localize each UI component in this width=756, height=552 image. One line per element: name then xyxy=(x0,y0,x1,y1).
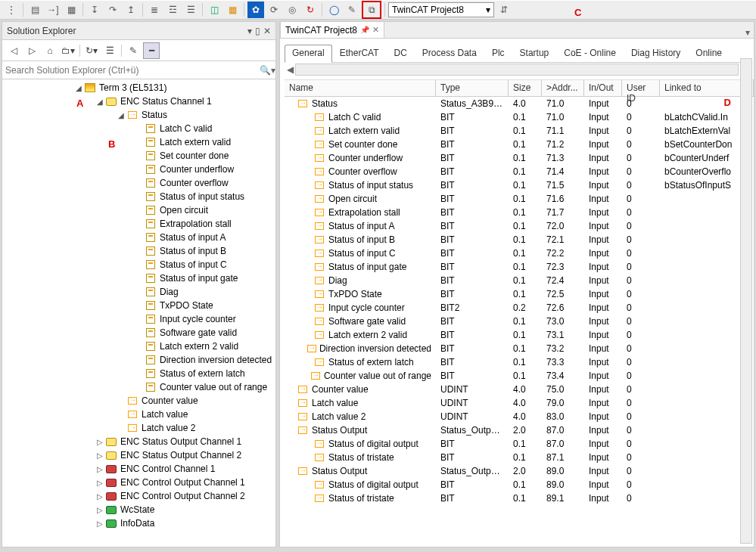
tree-item-latch-value2[interactable]: Latch value 2 xyxy=(2,421,275,435)
grid-row[interactable]: Set counter doneBIT0.171.2Input0bSetCoun… xyxy=(285,138,754,151)
tree-item[interactable]: Set counter done xyxy=(2,149,275,163)
grid-row[interactable]: Status of input BBIT0.172.1Input0 xyxy=(285,233,754,247)
expand-arrow-icon[interactable]: ▷ xyxy=(96,479,104,487)
gear-blue-icon[interactable]: ✿ xyxy=(247,2,264,18)
column-header[interactable]: In/Out xyxy=(584,80,622,96)
tab-online[interactable]: Online xyxy=(688,45,730,62)
grid-row[interactable]: Status OutputStatus_Output...2.087.0Inpu… xyxy=(285,423,754,437)
step-out-icon[interactable]: ↥ xyxy=(123,2,139,18)
scroll-left-icon[interactable]: ◀ xyxy=(285,64,295,75)
close-icon[interactable]: ✕ xyxy=(263,26,271,36)
tree-item-status[interactable]: ◢ Status xyxy=(2,108,275,122)
column-header[interactable]: User ID xyxy=(622,80,660,96)
grid-row[interactable]: Status of tristateBIT0.189.1Input0 xyxy=(285,492,754,505)
tree-item[interactable]: Input cycle counter xyxy=(2,312,275,326)
tree-item-enc-status-ch1[interactable]: ◢ ENC Status Channel 1 xyxy=(2,95,275,108)
collapse-icon[interactable]: ☰ xyxy=(101,42,118,59)
grid-row[interactable]: Status of input ABIT0.172.0Input0 xyxy=(285,219,754,233)
tree-item-latch-value[interactable]: Latch value xyxy=(2,408,275,421)
tree-item[interactable]: Status of input C xyxy=(2,258,275,271)
stack3-icon[interactable]: ☰ xyxy=(182,2,199,18)
tree-item[interactable]: Counter overflow xyxy=(2,176,275,190)
tree-item[interactable]: Extrapolation stall xyxy=(2,217,275,231)
pin-icon[interactable]: ▯ xyxy=(255,26,260,36)
tab-general[interactable]: General xyxy=(285,45,332,63)
tree-item-enc-ctrl1[interactable]: ▷ENC Control Channel 1 xyxy=(2,462,275,476)
tab-plc[interactable]: Plc xyxy=(484,45,512,62)
grid-row[interactable]: StatusStatus_A3B90...4.071.0Input0 xyxy=(285,97,754,110)
document-tab[interactable]: TwinCAT Project8 📌 ✕ xyxy=(280,21,384,38)
grid-row[interactable]: Status of digital outputBIT0.187.0Input0 xyxy=(285,437,754,451)
grid-row[interactable]: Status of tristateBIT0.187.1Input0 xyxy=(285,451,754,464)
tab-startup[interactable]: Startup xyxy=(512,45,557,62)
wand-icon[interactable]: ✎ xyxy=(344,2,360,18)
properties-icon[interactable]: ━ xyxy=(143,42,160,59)
tree-item[interactable]: Status of input status xyxy=(2,190,275,203)
grid-row[interactable]: Status of input gateBIT0.172.3Input0 xyxy=(285,260,754,274)
tree-item[interactable]: TxPDO State xyxy=(2,299,275,312)
expand-arrow-icon[interactable]: ▷ xyxy=(96,438,104,446)
grid-row[interactable]: Status of extern latchBIT0.173.3Input0 xyxy=(285,355,754,369)
chart-icon[interactable]: ◫ xyxy=(206,2,222,18)
tab-dc[interactable]: DC xyxy=(387,45,415,62)
panel-menu-icon[interactable]: ▾ xyxy=(742,27,754,38)
tab-process-data[interactable]: Process Data xyxy=(415,45,484,62)
column-header[interactable]: Name xyxy=(285,80,436,96)
grid-row[interactable]: TxPDO StateBIT0.172.5Input0 xyxy=(285,287,754,301)
grid-row[interactable]: Counter value out of rangeBIT0.173.4Inpu… xyxy=(285,369,754,383)
tree-item[interactable]: Status of input B xyxy=(2,244,275,258)
column-header[interactable]: Size xyxy=(509,80,542,96)
tree-item[interactable]: Counter value out of range xyxy=(2,380,275,394)
grid-row[interactable]: Latch value 2UDINT4.083.0Input0 xyxy=(285,410,754,423)
show-tree-icon[interactable]: ⧉ xyxy=(362,1,381,19)
stack2-icon[interactable]: ☲ xyxy=(164,2,181,18)
collapse-arrow-icon[interactable]: ◢ xyxy=(96,98,104,106)
column-header[interactable]: >Addr... xyxy=(542,80,584,96)
tree-item[interactable]: Status of input gate xyxy=(2,271,275,285)
tree-item[interactable]: Status of extern latch xyxy=(2,367,275,380)
home-icon[interactable]: ⌂ xyxy=(42,42,58,59)
tree-item-infodata[interactable]: ▷InfoData xyxy=(2,516,275,530)
collapse-arrow-icon[interactable]: ◢ xyxy=(117,111,125,119)
tab-diag-history[interactable]: Diag History xyxy=(624,45,688,62)
tree-item[interactable]: Status of input A xyxy=(2,231,275,244)
tree-item[interactable]: Latch extern 2 valid xyxy=(2,340,275,353)
save-all-icon[interactable]: ▦ xyxy=(63,2,79,18)
close-icon[interactable]: ✕ xyxy=(372,25,379,35)
grid-row[interactable]: Latch valueUDINT4.079.0Input0 xyxy=(285,396,754,410)
refresh-icon[interactable]: ⟳ xyxy=(266,2,282,18)
refresh-icon[interactable]: ↻▾ xyxy=(83,42,100,59)
tree-item-enc-ctrl-out1[interactable]: ▷ENC Control Output Channel 1 xyxy=(2,476,275,489)
login-icon[interactable]: →] xyxy=(45,2,61,18)
tree-item[interactable]: Software gate valid xyxy=(2,326,275,340)
expand-arrow-icon[interactable]: ▷ xyxy=(96,506,104,514)
column-header[interactable]: Type xyxy=(436,80,509,96)
vertical-scrollbar[interactable] xyxy=(740,58,752,544)
expand-arrow-icon[interactable]: ▷ xyxy=(96,519,104,528)
solution-tree[interactable]: A B ◢ Term 3 (EL5131) ◢ ENC Status Chann… xyxy=(2,79,275,547)
tree-item[interactable]: Latch C valid xyxy=(2,122,275,135)
grid-row[interactable]: Latch extern 2 validBIT0.173.1Input0 xyxy=(285,328,754,342)
search-icon[interactable]: 🔍▾ xyxy=(259,65,275,76)
grid-row[interactable]: Counter overflowBIT0.171.4Input0bCounter… xyxy=(285,165,754,178)
reload-icon[interactable]: ↻ xyxy=(302,2,319,18)
project-selector[interactable]: TwinCAT Project8 ▾ xyxy=(388,2,494,17)
tree-item-term[interactable]: ◢ Term 3 (EL5131) xyxy=(2,81,275,95)
tree-item[interactable]: Direction inversion detected xyxy=(2,353,275,367)
grid-icon[interactable]: ▦ xyxy=(224,2,241,18)
step-over-icon[interactable]: ↷ xyxy=(104,2,121,18)
tree-item-wcstate[interactable]: ▷WcState xyxy=(2,503,275,516)
expand-arrow-icon[interactable]: ▷ xyxy=(96,465,104,473)
expand-arrow-icon[interactable]: ▷ xyxy=(96,492,104,501)
nav-back-icon[interactable]: ◁ xyxy=(5,42,22,59)
split-icon[interactable]: ⇵ xyxy=(496,2,512,18)
tree-item-counter-value[interactable]: Counter value xyxy=(2,394,275,408)
grid-row[interactable]: Open circuitBIT0.171.6Input0 xyxy=(285,192,754,206)
tree-item[interactable]: Open circuit xyxy=(2,203,275,217)
tree-item-enc-out2[interactable]: ▷ENC Status Output Channel 2 xyxy=(2,448,275,462)
wrench-icon[interactable]: ✎ xyxy=(125,42,142,59)
circle-icon[interactable]: ◯ xyxy=(325,2,342,18)
grid-row[interactable]: Input cycle counterBIT20.272.6Input0 xyxy=(285,301,754,315)
expand-arrow-icon[interactable]: ▷ xyxy=(96,451,104,460)
nav-fwd-icon[interactable]: ▷ xyxy=(23,42,40,59)
